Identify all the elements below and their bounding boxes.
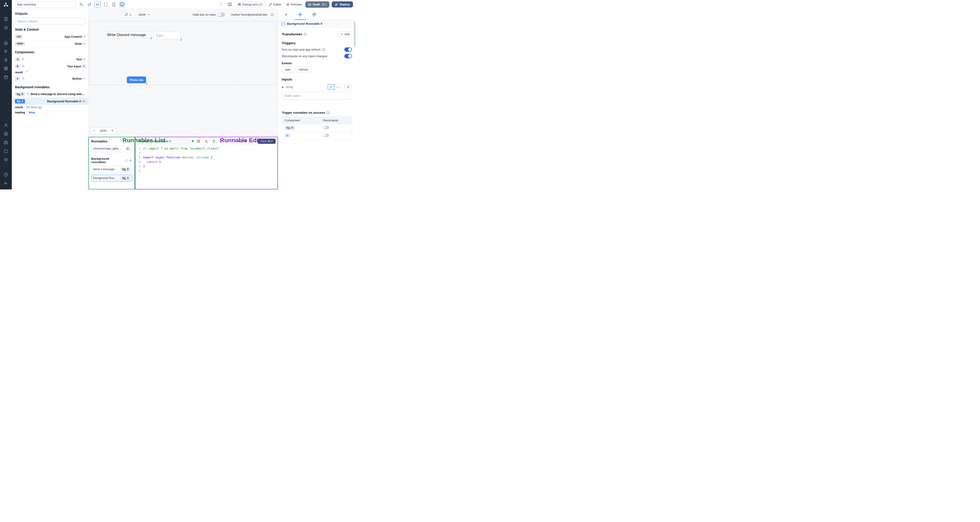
runs-icon[interactable] <box>0 47 12 56</box>
desktop-view-button[interactable] <box>119 2 125 8</box>
output-row-ctx[interactable]: ctx App Context <box>12 33 88 40</box>
zoom-in-button[interactable]: + <box>109 127 116 134</box>
code-line[interactable]: 2 <box>135 151 277 155</box>
zoom-level: 100% <box>98 129 109 132</box>
redo-button[interactable] <box>86 2 92 8</box>
settings-icon[interactable] <box>0 129 12 138</box>
chevron-down-icon[interactable] <box>83 42 86 45</box>
scrollbar[interactable] <box>354 21 355 47</box>
bg1-loading-row[interactable]: loading : false <box>12 110 88 115</box>
app-canvas[interactable]: Write Discord message: Press me − 100% <box>89 20 278 137</box>
eval-mode-button[interactable] <box>334 84 341 90</box>
refresh-count-button[interactable]: 2 <box>122 12 134 18</box>
static-value-input[interactable] <box>282 92 352 100</box>
zoom-out-button[interactable]: − <box>91 127 98 134</box>
output-row-c[interactable]: c Button <box>12 75 88 82</box>
info-icon[interactable] <box>326 111 329 115</box>
text-input-component[interactable] <box>153 31 181 39</box>
info-icon[interactable] <box>270 13 274 16</box>
resize-handle[interactable] <box>145 82 147 84</box>
button-component[interactable]: Press me <box>127 76 146 83</box>
press-me-button[interactable]: Press me <box>127 76 146 83</box>
chevron-up-icon[interactable] <box>82 65 86 68</box>
editor-tab[interactable]: Editor <box>267 2 283 7</box>
code-line[interactable]: 3export async function main(x: string) { <box>135 155 277 160</box>
runnable-item-script[interactable]: u/henri/scrape_githu... c <box>91 145 132 152</box>
schedules-icon[interactable] <box>0 73 12 81</box>
code-editor[interactable]: 1// import * as wmill from "windmill-cli… <box>135 145 277 189</box>
fullscreen-button[interactable] <box>103 2 109 8</box>
workers-icon[interactable] <box>0 138 12 147</box>
output-row-a[interactable]: a Text <box>12 56 88 63</box>
draft-button[interactable]: Draft ⌘S <box>305 2 329 8</box>
chevron-up-icon[interactable] <box>82 100 86 103</box>
bg0-badge: bg_0 <box>15 92 25 96</box>
info-icon[interactable] <box>322 48 325 51</box>
apps-icon[interactable] <box>0 15 12 23</box>
fit-width-button[interactable] <box>94 2 101 8</box>
runnable-item-bg0[interactable]: Send a message... bg_0 <box>91 166 132 173</box>
windmill-logo-icon[interactable] <box>3 2 9 8</box>
code-line[interactable]: 1// import * as wmill from "windmill-cli… <box>135 146 277 151</box>
text-component[interactable]: Write Discord message: <box>106 31 151 38</box>
hide-bar-toggle[interactable] <box>217 13 225 17</box>
result-value: No items ([]) <box>26 106 42 109</box>
user-icon[interactable] <box>0 121 12 129</box>
code-line[interactable]: 5} <box>135 164 277 169</box>
run-on-start-toggle[interactable] <box>344 48 352 52</box>
more-menu-button[interactable] <box>218 2 224 8</box>
add-transformer-button[interactable]: Add <box>338 31 352 37</box>
home-icon[interactable] <box>0 38 12 47</box>
chevron-down-icon[interactable] <box>83 77 86 80</box>
docs-button[interactable] <box>227 2 233 8</box>
static-mode-button[interactable] <box>328 84 334 90</box>
output-row-bg1[interactable]: bg_1 Background Runnable 0 <box>12 98 88 105</box>
variables-icon[interactable] <box>0 56 12 64</box>
folders-icon[interactable] <box>0 147 12 155</box>
add-background-runnable-button[interactable] <box>129 159 132 162</box>
info-icon[interactable] <box>304 33 307 36</box>
component-grid[interactable]: Write Discord message: Press me <box>89 21 276 85</box>
input-x-row: x string <box>282 84 352 90</box>
event-refresh-button[interactable]: refresh <box>296 67 311 72</box>
mobile-view-button[interactable] <box>111 2 117 8</box>
chevron-down-icon[interactable] <box>83 57 86 61</box>
debug-runs-button[interactable]: Debug runs (7) <box>235 2 265 8</box>
output-row-bg0[interactable]: bg_0 Send a message to discord using web… <box>12 91 88 98</box>
collapse-sidebar-icon[interactable] <box>0 179 12 188</box>
resize-handle[interactable] <box>180 38 182 40</box>
tab-component-settings[interactable] <box>293 9 307 20</box>
resize-handle[interactable] <box>150 37 152 39</box>
deploy-button[interactable]: Deploy <box>332 2 353 8</box>
bg1-result-row[interactable]: result : No items ([]) <box>12 105 88 110</box>
audit-icon[interactable] <box>0 155 12 164</box>
text-input-field[interactable] <box>153 31 181 39</box>
recompute-bg0-toggle[interactable] <box>323 126 329 129</box>
delete-icon[interactable] <box>211 138 217 144</box>
cache-icon[interactable] <box>196 138 202 144</box>
preview-tab[interactable]: Preview <box>285 2 303 7</box>
tab-styling[interactable] <box>307 9 321 20</box>
code-line[interactable]: 6 <box>135 169 277 173</box>
favorites-icon[interactable] <box>0 23 12 32</box>
app-summary-input[interactable] <box>14 2 76 8</box>
output-row-b[interactable]: b Text Input <box>12 63 88 70</box>
colon: : <box>24 71 25 74</box>
connect-input-button[interactable] <box>344 84 352 90</box>
chevron-down-icon[interactable] <box>83 35 86 38</box>
help-icon[interactable] <box>0 170 12 179</box>
resources-icon[interactable] <box>0 64 12 73</box>
recompute-c-toggle[interactable] <box>323 134 329 137</box>
output-row-state[interactable]: state State <box>12 40 88 47</box>
search-outputs-input[interactable] <box>15 18 85 24</box>
code-line[interactable]: 4 return x <box>135 160 277 164</box>
tab-insert-component[interactable] <box>279 9 293 20</box>
event-start-button[interactable]: start <box>282 67 294 72</box>
b-result-row[interactable]: result : "" <box>12 70 88 75</box>
runnable-item-bg1[interactable]: Background Run... bg_1 <box>91 175 132 181</box>
ai-wand-icon[interactable] <box>203 138 209 144</box>
undo-button[interactable] <box>78 2 84 8</box>
recompute-toggle[interactable] <box>344 54 352 58</box>
selected-runnable-header[interactable]: Background Runnable 0 <box>278 20 356 28</box>
interval-select[interactable]: once <box>139 13 150 16</box>
